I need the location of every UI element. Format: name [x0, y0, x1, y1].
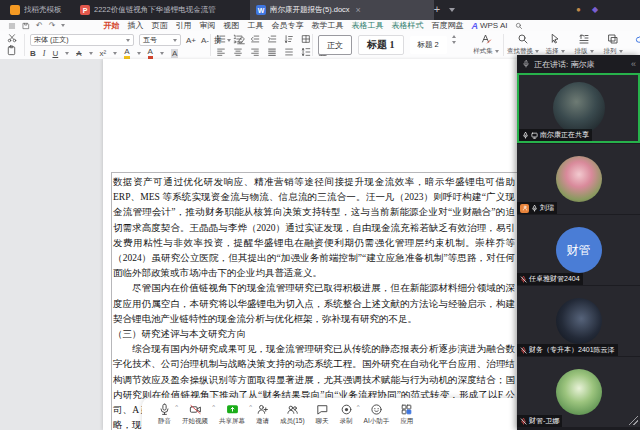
- font-color-button[interactable]: A: [148, 47, 153, 59]
- superscript-button[interactable]: x²: [100, 49, 107, 58]
- start-video-button[interactable]: ^ 开始视频: [182, 403, 208, 426]
- video-tile[interactable]: 财务（专升本）2401陈云泽: [517, 286, 640, 356]
- video-tile[interactable]: 财管 任卓雅财管2404: [517, 215, 640, 285]
- new-tab-button[interactable]: +: [430, 3, 444, 17]
- style-set-button[interactable]: 样式集: [470, 33, 502, 56]
- section-heading[interactable]: （三）研究述评与本文研究方向: [113, 327, 515, 342]
- record-options-icon[interactable]: ^: [357, 404, 360, 410]
- menu-member[interactable]: 会员专享: [271, 20, 303, 31]
- distribute-icon[interactable]: [284, 47, 294, 57]
- meeting-panel-header: 正在讲话: 南尔康 «: [517, 55, 640, 73]
- record-button[interactable]: ^ 录制: [340, 403, 353, 426]
- align-left-icon[interactable]: [216, 47, 226, 57]
- undo-icon[interactable]: ↶: [36, 22, 43, 30]
- mute-options-icon[interactable]: ^: [175, 404, 178, 410]
- chat-icon: [316, 403, 329, 416]
- strikethrough-button[interactable]: A: [76, 49, 81, 58]
- select-button[interactable]: 选择: [543, 33, 567, 56]
- bullet-list-icon[interactable]: [216, 34, 226, 44]
- style-normal[interactable]: 正文: [318, 35, 352, 55]
- paragraph[interactable]: 尽管国内在价值链视角下的现金流管理研究已取得积极进展，但在新能源材料细分领域的深…: [113, 281, 515, 327]
- italic-button[interactable]: I: [43, 49, 46, 58]
- members-button[interactable]: 成员(15): [280, 403, 305, 426]
- increase-indent-icon[interactable]: [267, 34, 277, 44]
- numbered-list-icon[interactable]: [233, 34, 243, 44]
- align-center-icon[interactable]: [233, 47, 243, 57]
- mute-button[interactable]: ^ 静音: [158, 403, 171, 426]
- apps-button[interactable]: 应用: [400, 403, 413, 426]
- panel-resize-handle[interactable]: [629, 416, 638, 425]
- menu-wps-ai[interactable]: AWPS AI: [471, 21, 507, 31]
- tab-list-chevron-icon[interactable]: [449, 8, 455, 12]
- menu-baidu-pan[interactable]: 百度网盘: [431, 20, 463, 31]
- file-menu-icon[interactable]: [8, 22, 16, 30]
- menu-teaching-tools[interactable]: 教学工具: [311, 20, 343, 31]
- table-border-icon[interactable]: [301, 34, 311, 44]
- skin-icon[interactable]: ◆: [592, 6, 598, 14]
- decrease-indent-icon[interactable]: [250, 34, 260, 44]
- camera-off-icon: [189, 403, 202, 416]
- invite-button[interactable]: 邀请: [256, 403, 269, 426]
- menu-review[interactable]: 审阅: [199, 20, 215, 31]
- style-heading2[interactable]: 标题 2: [410, 36, 447, 54]
- speaking-mic-icon: [522, 60, 530, 68]
- tab-document-active[interactable]: W 南尔康开题报告(5).docx ×: [250, 0, 434, 20]
- search-icon[interactable]: [515, 22, 523, 30]
- highlight-color-button[interactable]: A: [124, 47, 129, 59]
- menu-table-style[interactable]: 表格样式: [391, 20, 423, 31]
- shrink-font-button[interactable]: A-: [201, 36, 209, 45]
- host-badge-icon: [520, 204, 529, 213]
- paragraph[interactable]: 数据资产可通过优化研发响应、精准营销等途径间接提升现金流效率，暗示华盛锂电可借助…: [113, 175, 515, 281]
- ribbon-menu-bar: ↶ ↷ 开始 插入 页面 引用 审阅 视图 工具 会员专享 教学工具 表格工具 …: [0, 20, 640, 31]
- bold-button[interactable]: B: [30, 49, 36, 58]
- share-screen-button[interactable]: ^ 共享屏幕: [219, 403, 245, 426]
- chat-button[interactable]: 聊天: [316, 403, 329, 426]
- mic-muted-icon: [520, 347, 527, 354]
- sort-icon[interactable]: [284, 34, 294, 44]
- line-spacing-icon[interactable]: [301, 47, 311, 57]
- arrange-button[interactable]: 排列: [600, 33, 626, 56]
- collapse-panel-icon[interactable]: «: [631, 59, 635, 69]
- underline-button[interactable]: U: [52, 49, 58, 58]
- char-shading-button[interactable]: A: [171, 49, 178, 58]
- save-icon[interactable]: [22, 22, 30, 30]
- typeset-button[interactable]: 排版: [571, 33, 597, 56]
- ai-assistant-button[interactable]: AI小助手: [364, 403, 390, 426]
- video-tile-sharing[interactable]: 南尔康正在共享: [517, 73, 640, 143]
- find-replace-button[interactable]: 查找替换: [506, 33, 540, 56]
- style-scroll-up-icon[interactable]: [452, 35, 456, 38]
- quick-access-toolbar: ↶ ↷: [0, 22, 73, 30]
- cut-icon[interactable]: [7, 33, 17, 43]
- style-scroll-down-icon[interactable]: [452, 41, 456, 44]
- menu-insert[interactable]: 插入: [127, 20, 143, 31]
- menu-tools[interactable]: 工具: [247, 20, 263, 31]
- table-cell-border-left: [111, 172, 112, 430]
- document-text[interactable]: 数据资产可通过优化研发响应、精准营销等途径间接提升现金流效率，暗示华盛锂电可借助…: [113, 175, 515, 430]
- qat-more-icon[interactable]: [61, 24, 65, 27]
- align-right-icon[interactable]: [250, 47, 260, 57]
- cloud-save-button[interactable]: [631, 33, 640, 46]
- paste-icon[interactable]: [6, 45, 17, 56]
- redo-icon[interactable]: ↷: [49, 22, 56, 30]
- font-name-select[interactable]: 宋体 (正文): [30, 34, 134, 46]
- notification-icon[interactable]: ●: [576, 6, 581, 14]
- document-page[interactable]: 数据资产可通过优化研发响应、精准营销等途径间接提升现金流效率，暗示华盛锂电可借助…: [103, 59, 543, 430]
- menu-page[interactable]: 页面: [151, 20, 167, 31]
- close-tab-icon[interactable]: ×: [356, 5, 361, 15]
- video-tile[interactable]: 刘瑞: [517, 144, 640, 214]
- tab-docer-template[interactable]: 找稻壳模板: [4, 0, 80, 20]
- apps-grid-icon: [400, 403, 413, 416]
- menu-view[interactable]: 视图: [223, 20, 239, 31]
- font-size-select[interactable]: 五号: [139, 34, 181, 46]
- grow-font-button[interactable]: A+: [186, 36, 196, 45]
- style-heading1[interactable]: 标题 1: [358, 35, 404, 55]
- menu-home[interactable]: 开始: [103, 20, 119, 31]
- video-options-icon[interactable]: ^: [212, 404, 215, 410]
- video-tile[interactable]: 财管-卫娜: [517, 357, 640, 427]
- align-justify-icon[interactable]: [267, 47, 277, 57]
- tab-presentation[interactable]: P 2222价值链视角下华盛锂电现金流管: [74, 0, 258, 20]
- menu-reference[interactable]: 引用: [175, 20, 191, 31]
- menu-table-tools[interactable]: 表格工具: [351, 20, 383, 31]
- share-options-icon[interactable]: ^: [249, 404, 252, 410]
- participant-label: 南尔康正在共享: [519, 129, 592, 141]
